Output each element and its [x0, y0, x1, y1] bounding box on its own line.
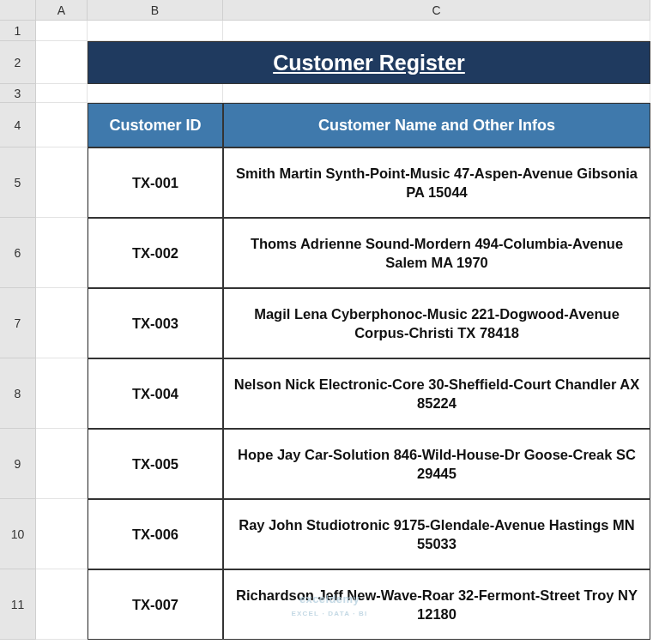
customer-id: TX-007: [132, 595, 178, 614]
table-row[interactable]: Nelson Nick Electronic-Core 30-Sheffield…: [223, 358, 650, 429]
column-headers: A B C: [36, 0, 650, 21]
col-header-c[interactable]: C: [223, 0, 650, 21]
row-header-7[interactable]: 7: [0, 288, 36, 358]
table-row[interactable]: TX-004: [88, 358, 223, 429]
table-row[interactable]: TX-007: [88, 569, 223, 640]
cell-c3[interactable]: [223, 84, 650, 103]
customer-info: Hope Jay Car-Solution 846-Wild-House-Dr …: [233, 445, 641, 484]
table-header-info-label: Customer Name and Other Infos: [318, 117, 555, 135]
customer-info: Magil Lena Cyberphonoc-Music 221-Dogwood…: [233, 304, 641, 343]
row-header-5[interactable]: 5: [0, 147, 36, 218]
cell-a3[interactable]: [36, 84, 88, 103]
customer-id: TX-006: [132, 525, 178, 544]
row-header-3[interactable]: 3: [0, 84, 36, 103]
cell-a10[interactable]: [36, 499, 88, 569]
table-row[interactable]: TX-003: [88, 288, 223, 358]
cell-a7[interactable]: [36, 288, 88, 358]
page-title: Customer Register: [273, 51, 465, 75]
row-headers: 1 2 3 4 5 6 7 8 9 10 11: [0, 21, 36, 640]
cell-a5[interactable]: [36, 147, 88, 218]
cell-b1[interactable]: [88, 21, 223, 41]
table-row[interactable]: Richardson Jeff New-Wave-Roar 32-Fermont…: [223, 569, 650, 640]
table-row[interactable]: Thoms Adrienne Sound-Mordern 494-Columbi…: [223, 218, 650, 288]
customer-id: TX-004: [132, 384, 178, 403]
table-row[interactable]: TX-001: [88, 147, 223, 218]
row-header-1[interactable]: 1: [0, 21, 36, 41]
row-header-10[interactable]: 10: [0, 499, 36, 569]
customer-info: Richardson Jeff New-Wave-Roar 32-Fermont…: [233, 586, 641, 624]
cell-b3[interactable]: [88, 84, 223, 103]
table-row[interactable]: TX-006: [88, 499, 223, 569]
cell-a8[interactable]: [36, 358, 88, 429]
grid: Customer Register Customer ID Customer N…: [36, 21, 650, 640]
customer-info: Ray John Studiotronic 9175-Glendale-Aven…: [233, 515, 641, 554]
customer-id: TX-005: [132, 454, 178, 473]
col-header-b[interactable]: B: [88, 0, 223, 21]
customer-info: Nelson Nick Electronic-Core 30-Sheffield…: [233, 375, 641, 413]
customer-id: TX-002: [132, 244, 178, 262]
customer-id: TX-003: [132, 314, 178, 333]
table-row[interactable]: TX-005: [88, 429, 223, 499]
row-header-2[interactable]: 2: [0, 41, 36, 84]
customer-id: TX-001: [132, 173, 178, 192]
row-header-4[interactable]: 4: [0, 103, 36, 147]
customer-info: Thoms Adrienne Sound-Mordern 494-Columbi…: [233, 234, 641, 273]
row-header-11[interactable]: 11: [0, 569, 36, 640]
select-all-corner[interactable]: [0, 0, 36, 21]
table-row[interactable]: Smith Martin Synth-Point-Music 47-Aspen-…: [223, 147, 650, 218]
cell-a1[interactable]: [36, 21, 88, 41]
cell-a4[interactable]: [36, 103, 88, 147]
row-header-8[interactable]: 8: [0, 358, 36, 429]
col-header-a[interactable]: A: [36, 0, 88, 21]
row-header-6[interactable]: 6: [0, 218, 36, 288]
table-header-id[interactable]: Customer ID: [88, 103, 223, 147]
cell-a11[interactable]: [36, 569, 88, 640]
table-row[interactable]: Ray John Studiotronic 9175-Glendale-Aven…: [223, 499, 650, 569]
table-header-info[interactable]: Customer Name and Other Infos: [223, 103, 650, 147]
table-row[interactable]: Hope Jay Car-Solution 846-Wild-House-Dr …: [223, 429, 650, 499]
table-row[interactable]: TX-002: [88, 218, 223, 288]
cell-a2[interactable]: [36, 41, 88, 84]
row-header-9[interactable]: 9: [0, 429, 36, 499]
table-row[interactable]: Magil Lena Cyberphonoc-Music 221-Dogwood…: [223, 288, 650, 358]
cell-a6[interactable]: [36, 218, 88, 288]
spreadsheet: A B C 1 2 3 4 5 6 7 8 9 10 11 Customer R…: [0, 0, 659, 644]
cell-a9[interactable]: [36, 429, 88, 499]
customer-info: Smith Martin Synth-Point-Music 47-Aspen-…: [233, 164, 641, 202]
table-header-id-label: Customer ID: [109, 117, 201, 135]
cell-c1[interactable]: [223, 21, 650, 41]
title-cell[interactable]: Customer Register: [88, 41, 650, 84]
